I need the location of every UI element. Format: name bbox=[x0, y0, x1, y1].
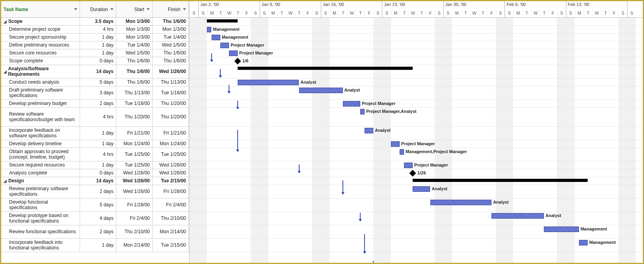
table-row[interactable]: ◢Analysis/Software Requirements14 daysTh… bbox=[1, 65, 189, 79]
table-row[interactable]: ◢Scope3.5 daysMon 1/3/00Thu 1/6/00 bbox=[1, 18, 189, 26]
task-name-cell[interactable]: Define preliminary resources bbox=[1, 41, 80, 49]
table-row[interactable]: Secure required resources1 dayTue 1/25/0… bbox=[1, 161, 189, 169]
start-cell[interactable]: Tue 1/25/00 bbox=[116, 148, 153, 161]
start-cell[interactable]: Thu 1/6/00 bbox=[116, 79, 153, 86]
milestone-marker[interactable] bbox=[409, 170, 416, 177]
collapse-icon[interactable]: ◢ bbox=[4, 69, 7, 74]
table-row[interactable]: Develop functional specifications5 daysF… bbox=[1, 198, 189, 212]
finish-cell[interactable]: Thu 1/6/00 bbox=[153, 18, 189, 25]
finish-cell[interactable]: Mon 1/3/00 bbox=[153, 26, 189, 33]
task-bar[interactable] bbox=[430, 200, 491, 205]
table-row[interactable]: Incorporate feedback into functional spe… bbox=[1, 239, 189, 252]
gantt-row[interactable]: Analyst bbox=[190, 185, 643, 198]
task-name-cell[interactable]: Secure required resources bbox=[1, 161, 80, 169]
gantt-row[interactable]: Project Manager bbox=[190, 100, 643, 108]
task-name-cell[interactable]: Develop prototype based on functional sp… bbox=[1, 212, 80, 225]
start-cell[interactable]: Fri 1/28/00 bbox=[116, 198, 153, 212]
finish-cell[interactable]: Mon 2/14/00 bbox=[153, 225, 189, 238]
duration-cell[interactable]: 4 days bbox=[80, 212, 116, 225]
start-cell[interactable]: Mon 1/3/00 bbox=[116, 34, 153, 41]
start-cell[interactable]: Mon 1/24/00 bbox=[116, 140, 153, 148]
table-row[interactable]: Secure project sponsorship1 dayMon 1/3/0… bbox=[1, 34, 189, 41]
finish-cell[interactable]: Thu 2/10/00 bbox=[153, 212, 189, 225]
start-cell[interactable]: Wed 1/26/00 bbox=[116, 177, 153, 185]
gantt-row[interactable]: Project Manager,Analyst bbox=[190, 108, 643, 127]
start-cell[interactable]: Thu 1/6/00 bbox=[116, 57, 153, 65]
task-name-cell[interactable]: ◢Analysis/Software Requirements bbox=[1, 65, 80, 78]
task-name-cell[interactable]: Draft preliminary software specification… bbox=[1, 86, 80, 99]
finish-cell[interactable]: Thu 1/6/00 bbox=[153, 49, 189, 57]
task-bar[interactable] bbox=[404, 163, 413, 168]
finish-cell[interactable]: Wed 1/26/00 bbox=[153, 169, 189, 177]
task-bar[interactable] bbox=[579, 240, 588, 245]
start-cell[interactable]: Tue 1/4/00 bbox=[116, 41, 153, 49]
duration-cell[interactable]: 14 days bbox=[80, 177, 116, 185]
table-row[interactable]: Conduct needs analysis5 daysThu 1/6/00Th… bbox=[1, 79, 189, 86]
finish-cell[interactable]: Wed 1/5/00 bbox=[153, 41, 189, 49]
start-cell[interactable]: Fri 2/4/00 bbox=[116, 212, 153, 225]
gantt-row[interactable]: Management bbox=[190, 225, 643, 239]
start-cell[interactable]: Thu 1/6/00 bbox=[116, 65, 153, 78]
task-name-cell[interactable]: Review preliminary software specificatio… bbox=[1, 185, 80, 198]
task-name-cell[interactable]: Determine project scope bbox=[1, 26, 80, 33]
task-bar[interactable] bbox=[365, 128, 373, 133]
task-bar[interactable] bbox=[229, 51, 238, 56]
task-bar[interactable] bbox=[207, 27, 211, 32]
table-row[interactable]: ◢Design14 daysWed 1/26/00Tue 2/15/00 bbox=[1, 177, 189, 185]
duration-cell[interactable]: 1 day bbox=[80, 161, 116, 169]
gantt-row[interactable]: Project Manager bbox=[190, 161, 643, 169]
summary-bar[interactable] bbox=[207, 19, 238, 22]
gantt-row[interactable] bbox=[190, 18, 643, 26]
task-name-cell[interactable]: ◢Design bbox=[1, 177, 80, 185]
duration-cell[interactable]: 3 days bbox=[80, 86, 116, 99]
duration-cell[interactable]: 4 hrs bbox=[80, 108, 116, 126]
gantt-row[interactable]: Analyst bbox=[190, 127, 643, 140]
task-name-cell[interactable]: Conduct needs analysis bbox=[1, 79, 80, 86]
start-cell[interactable]: Thu 1/13/00 bbox=[116, 86, 153, 99]
finish-cell[interactable]: Tue 1/18/00 bbox=[153, 86, 189, 99]
gantt-row[interactable]: Analyst bbox=[190, 212, 643, 225]
table-row[interactable]: Analysis complete0 daysWed 1/26/00Wed 1/… bbox=[1, 169, 189, 177]
task-bar[interactable] bbox=[220, 43, 229, 48]
task-name-cell[interactable]: Incorporate feedback on software specifi… bbox=[1, 127, 80, 140]
duration-cell[interactable]: 3.5 days bbox=[80, 18, 116, 25]
task-name-cell[interactable]: Analysis complete bbox=[1, 169, 80, 177]
task-bar[interactable] bbox=[491, 213, 544, 219]
task-name-cell[interactable]: Review functional specifications bbox=[1, 225, 80, 238]
task-bar[interactable] bbox=[400, 149, 404, 155]
task-bar[interactable] bbox=[238, 80, 299, 85]
task-name-cell[interactable]: Secure core resources bbox=[1, 49, 80, 57]
duration-cell[interactable]: 4 hrs bbox=[80, 148, 116, 161]
task-bar[interactable] bbox=[299, 88, 343, 93]
col-task-name[interactable]: Task Name bbox=[1, 1, 80, 17]
milestone-marker[interactable] bbox=[235, 58, 241, 65]
task-name-cell[interactable]: Develop delivery timeline bbox=[1, 140, 80, 148]
start-cell[interactable]: Wed 1/5/00 bbox=[116, 49, 153, 57]
duration-cell[interactable]: 1 day bbox=[80, 127, 116, 140]
start-cell[interactable]: Mon 2/14/00 bbox=[116, 239, 153, 252]
table-row[interactable]: Obtain approvals to proceed (concept, ti… bbox=[1, 148, 189, 161]
table-row[interactable]: Review functional specifications2 daysTh… bbox=[1, 225, 189, 239]
gantt-row[interactable]: Management bbox=[190, 34, 643, 41]
duration-cell[interactable]: 1 day bbox=[80, 140, 116, 148]
gantt-row[interactable] bbox=[190, 177, 643, 185]
duration-cell[interactable]: 1 day bbox=[80, 41, 116, 49]
table-row[interactable]: Secure core resources1 dayWed 1/5/00Thu … bbox=[1, 49, 189, 57]
collapse-icon[interactable]: ◢ bbox=[4, 19, 7, 24]
table-row[interactable]: Incorporate feedback on software specifi… bbox=[1, 127, 189, 140]
table-row[interactable]: Develop prototype based on functional sp… bbox=[1, 212, 189, 225]
gantt-row[interactable]: Analyst bbox=[190, 79, 643, 86]
table-row[interactable]: Scope complete0 daysThu 1/6/00Thu 1/6/00 bbox=[1, 57, 189, 65]
start-cell[interactable]: Fri 1/21/00 bbox=[116, 127, 153, 140]
duration-cell[interactable]: 2 days bbox=[80, 225, 116, 238]
duration-cell[interactable]: 0 days bbox=[80, 57, 116, 65]
finish-cell[interactable]: Fri 1/21/00 bbox=[153, 127, 189, 140]
finish-cell[interactable]: Wed 1/26/00 bbox=[153, 161, 189, 169]
start-cell[interactable]: Wed 1/26/00 bbox=[116, 169, 153, 177]
gantt-row[interactable]: Management bbox=[190, 239, 643, 252]
finish-cell[interactable]: Tue 1/4/00 bbox=[153, 34, 189, 41]
start-cell[interactable]: Wed 1/26/00 bbox=[116, 185, 153, 198]
table-row[interactable]: Develop preliminary budget2 daysTue 1/18… bbox=[1, 100, 189, 108]
col-start[interactable]: Start bbox=[116, 1, 153, 17]
finish-cell[interactable]: Thu 1/6/00 bbox=[153, 57, 189, 65]
